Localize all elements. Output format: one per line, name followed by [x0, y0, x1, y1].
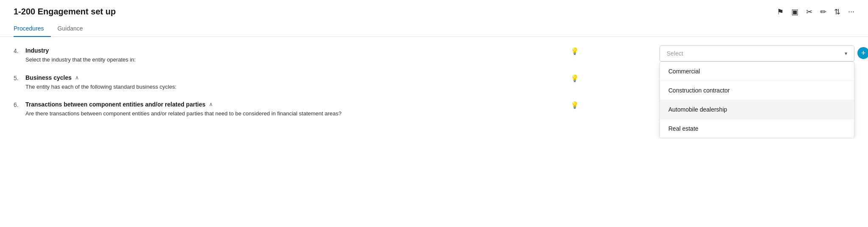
chevron-down-icon: ▾ — [845, 50, 847, 56]
bulb-icon-5[interactable]: 💡 — [570, 74, 579, 82]
procedure-number-5: 5. — [14, 74, 25, 81]
edit-icon[interactable]: ✏ — [820, 7, 826, 17]
caret-icon-5[interactable]: ∧ — [75, 75, 79, 81]
tab-procedures[interactable]: Procedures — [14, 22, 51, 37]
dropdown-actions: + ⚑ 👁 ▾ NH — [857, 47, 868, 59]
scissors-icon[interactable]: ✂ — [806, 7, 812, 17]
select-placeholder: Select — [667, 50, 683, 57]
add-button[interactable]: + — [857, 47, 868, 59]
bulb-icon-4[interactable]: 💡 — [570, 47, 579, 55]
print-icon[interactable]: ▣ — [791, 7, 798, 17]
tabs-container: Procedures Guidance — [0, 22, 868, 37]
header-toolbar: ⚑ ▣ ✂ ✏ ⇅ ··· — [777, 7, 854, 17]
page-title: 1-200 Engagement set up — [14, 7, 116, 17]
option-construction-contractor[interactable]: Construction contractor — [660, 81, 854, 100]
flag-icon[interactable]: ⚑ — [777, 7, 784, 17]
more-icon[interactable]: ··· — [848, 7, 854, 16]
industry-dropdown-menu: Commercial Construction contractor Autom… — [659, 62, 854, 138]
option-commercial[interactable]: Commercial — [660, 62, 854, 81]
caret-icon-6[interactable]: ∧ — [209, 101, 213, 107]
option-real-estate[interactable]: Real estate — [660, 119, 854, 138]
procedure-number-4: 4. — [14, 47, 25, 54]
industry-dropdown-container: Select ▾ Commercial Construction contrac… — [659, 45, 854, 138]
page-header: 1-200 Engagement set up ⚑ ▣ ✂ ✏ ⇅ ··· — [0, 0, 868, 17]
industry-select[interactable]: Select ▾ — [659, 45, 854, 62]
option-automobile-dealership[interactable]: Automobile dealership — [660, 100, 854, 119]
main-content: 4. Industry Select the industry that the… — [0, 37, 868, 138]
procedure-number-6: 6. — [14, 101, 25, 108]
expand-icon[interactable]: ⇅ — [834, 7, 840, 17]
tab-guidance[interactable]: Guidance — [58, 22, 90, 37]
bulb-icon-6[interactable]: 💡 — [570, 101, 579, 109]
